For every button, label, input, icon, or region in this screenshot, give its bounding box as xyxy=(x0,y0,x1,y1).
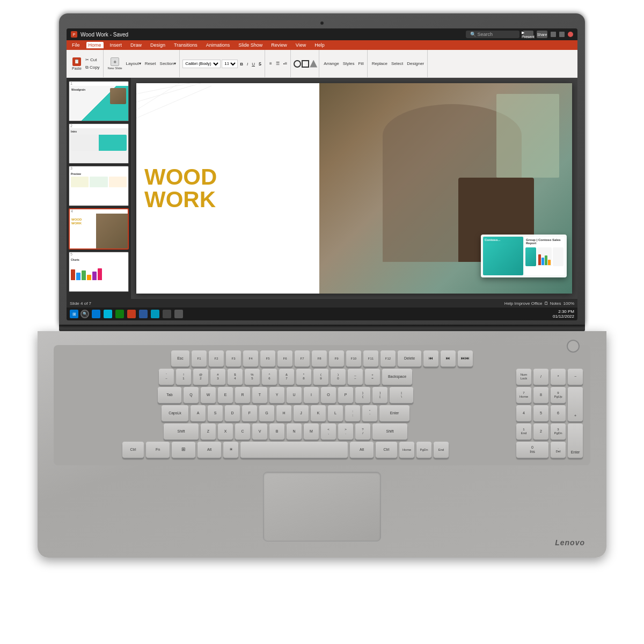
tab-insert[interactable]: Insert xyxy=(108,42,125,48)
key-alt-right[interactable]: Alt xyxy=(350,442,374,458)
numpad-6[interactable]: 6 xyxy=(551,405,566,421)
file-icon[interactable] xyxy=(163,310,171,318)
key-f8[interactable]: F8 xyxy=(312,350,327,367)
mail-icon[interactable] xyxy=(104,310,112,318)
key-o[interactable]: O xyxy=(321,387,336,403)
key-y[interactable]: Y xyxy=(269,387,284,403)
copy-btn[interactable]: ⧉Copy xyxy=(84,64,101,71)
key-8[interactable]: *8 xyxy=(296,369,311,385)
key-n[interactable]: N xyxy=(287,423,302,440)
key-m[interactable]: M xyxy=(304,423,319,440)
slide-panel[interactable]: 1 Woodgrain xyxy=(67,78,131,299)
section-btn[interactable]: Section▾ xyxy=(158,60,178,67)
key-j[interactable]: J xyxy=(294,405,309,421)
cut-btn[interactable]: ✂Cut xyxy=(84,56,101,63)
key-comma[interactable]: <, xyxy=(321,423,336,440)
key-r[interactable]: R xyxy=(235,387,250,403)
touchpad[interactable] xyxy=(263,472,381,541)
key-next[interactable]: ⏭⏭ xyxy=(458,350,473,367)
key-g[interactable]: G xyxy=(259,405,274,421)
key-shift-left[interactable]: Shift xyxy=(164,423,199,440)
key-z[interactable]: Z xyxy=(201,423,216,440)
edge-icon[interactable] xyxy=(92,310,100,318)
key-0[interactable]: )0 xyxy=(331,369,346,385)
key-v[interactable]: V xyxy=(252,423,267,440)
numpad-3[interactable]: 3PgDn xyxy=(551,423,566,440)
key-2[interactable]: @2 xyxy=(193,369,208,385)
strikethrough-btn[interactable]: S̶ xyxy=(257,61,263,68)
key-f6b[interactable]: ⏮ xyxy=(423,350,438,367)
key-quote[interactable]: "' xyxy=(362,405,377,421)
key-alt-left[interactable]: Alt xyxy=(197,442,221,458)
key-6[interactable]: ^6 xyxy=(262,369,277,385)
key-b[interactable]: B xyxy=(269,423,284,440)
key-end[interactable]: End xyxy=(434,442,449,458)
key-f10[interactable]: F10 xyxy=(346,350,361,367)
tab-draw[interactable]: Draw xyxy=(128,42,144,48)
key-equals[interactable]: += xyxy=(365,369,380,385)
key-backslash[interactable]: |\ xyxy=(390,387,413,403)
tab-animations[interactable]: Animations xyxy=(204,42,232,48)
maximize-btn[interactable] xyxy=(559,32,565,37)
numpad-plus[interactable]: + xyxy=(568,387,583,421)
key-delete[interactable]: Delete xyxy=(398,350,421,367)
settings-taskbar[interactable] xyxy=(174,310,183,318)
numpad-div[interactable]: / xyxy=(533,369,548,385)
key-e[interactable]: E xyxy=(218,387,233,403)
designer-btn[interactable]: Designer xyxy=(405,60,426,67)
key-f11[interactable]: F11 xyxy=(363,350,378,367)
key-f6[interactable]: F6 xyxy=(277,350,292,367)
ppt-search[interactable]: 🔍 Search xyxy=(466,31,519,38)
key-lbracket[interactable]: }{ xyxy=(355,387,370,403)
tab-view[interactable]: View xyxy=(294,42,308,48)
numpad-4[interactable]: 4 xyxy=(516,405,531,421)
numpad-7[interactable]: 7Home xyxy=(516,387,531,403)
slide-thumb-4[interactable]: 4 WOODWORK xyxy=(69,208,129,250)
key-win[interactable]: ⊞ xyxy=(172,442,195,458)
key-3[interactable]: #3 xyxy=(210,369,225,385)
word-taskbar-icon[interactable] xyxy=(139,310,148,318)
tab-help[interactable]: Help xyxy=(312,42,327,48)
key-h[interactable]: H xyxy=(276,405,291,421)
key-f4[interactable]: F4 xyxy=(243,350,258,367)
bullet-btn[interactable]: •≡ xyxy=(282,60,289,67)
font-size-select[interactable]: 11 xyxy=(222,60,238,68)
numpad-1[interactable]: 1End xyxy=(516,423,531,440)
slide-area[interactable]: WOOD WORK xyxy=(131,78,577,299)
key-pgdn[interactable]: PgDn xyxy=(416,442,431,458)
numpad-9[interactable]: 9PgUp xyxy=(551,387,566,403)
font-family-select[interactable]: Calibri (Body) xyxy=(182,60,221,68)
close-btn[interactable] xyxy=(568,32,573,37)
key-w[interactable]: W xyxy=(201,387,216,403)
key-7[interactable]: &7 xyxy=(279,369,294,385)
tab-review[interactable]: Review xyxy=(269,42,289,48)
numpad-enter[interactable]: Enter xyxy=(568,423,583,458)
key-x[interactable]: X xyxy=(218,423,233,440)
ppt-taskbar-icon[interactable] xyxy=(127,310,136,318)
key-enter[interactable]: Enter xyxy=(379,405,409,421)
key-1[interactable]: !1 xyxy=(176,369,191,385)
key-q[interactable]: Q xyxy=(184,387,199,403)
numpad-2[interactable]: 2 xyxy=(533,423,548,440)
paste-btn[interactable]: 📋 Paste xyxy=(70,56,83,71)
key-f5[interactable]: F5 xyxy=(260,350,275,367)
key-5[interactable]: %5 xyxy=(245,369,260,385)
rect-shape[interactable] xyxy=(302,60,309,68)
key-shift-right[interactable]: Shift xyxy=(372,423,407,440)
key-4[interactable]: $4 xyxy=(228,369,243,385)
key-esc[interactable]: Esc xyxy=(171,350,189,367)
key-k[interactable]: K xyxy=(311,405,326,421)
select-btn[interactable]: Select xyxy=(390,60,405,67)
key-f12[interactable]: F12 xyxy=(380,350,396,367)
key-t[interactable]: T xyxy=(252,387,267,403)
align-left-btn[interactable]: ≡ xyxy=(268,60,274,67)
key-i[interactable]: I xyxy=(304,387,319,403)
excel-icon[interactable] xyxy=(115,310,124,318)
key-f9[interactable]: F9 xyxy=(329,350,344,367)
key-d[interactable]: D xyxy=(225,405,240,421)
key-backspace[interactable]: Backspace xyxy=(382,369,412,385)
key-s[interactable]: S xyxy=(208,405,223,421)
key-9[interactable]: (9 xyxy=(313,369,328,385)
numpad-mul[interactable]: * xyxy=(551,369,566,385)
present-btn[interactable]: ▶ Present xyxy=(523,31,533,38)
